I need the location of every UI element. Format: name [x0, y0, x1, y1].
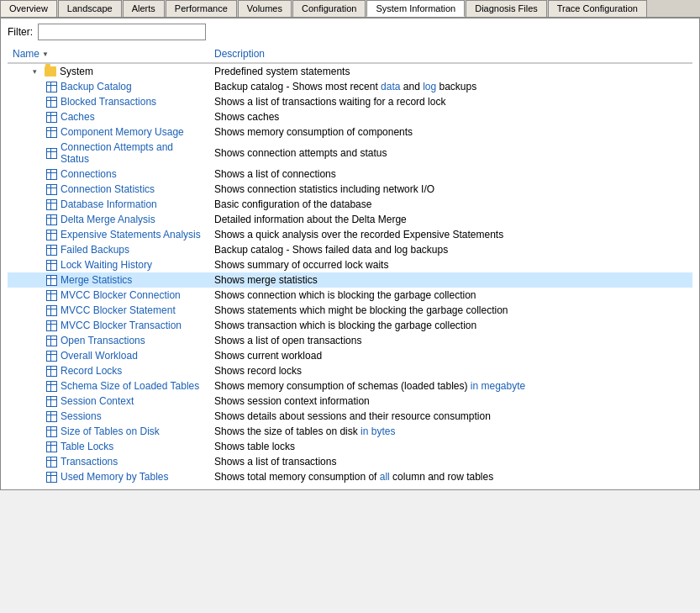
row-description: Shows total memory consumption of all co… [209, 469, 692, 484]
table-icon [46, 169, 57, 180]
tab-configuration[interactable]: Configuration [292, 0, 366, 17]
row-name-label: Overall Workload [61, 350, 138, 362]
table-icon [46, 411, 57, 422]
table-icon [46, 127, 57, 138]
table-row[interactable]: Backup CatalogBackup catalog - Shows mos… [8, 79, 692, 94]
row-description: Shows a quick analysis over the recorded… [209, 227, 692, 242]
table-row[interactable]: Delta Merge AnalysisDetailed information… [8, 212, 692, 227]
table-row[interactable]: Lock Waiting HistoryShows summary of occ… [8, 257, 692, 272]
table-row[interactable]: Merge StatisticsShows merge statistics [8, 272, 692, 288]
table-icon [46, 184, 57, 195]
row-description: Shows statements which might be blocking… [209, 303, 692, 318]
tab-system-information[interactable]: System Information [366, 0, 465, 17]
table-row[interactable]: CachesShows caches [8, 109, 692, 124]
row-name-label: Table Locks [61, 441, 113, 452]
row-name-label: Connection Attempts and Status [61, 141, 204, 165]
table-icon [46, 260, 57, 271]
table-row[interactable]: ▾ System Predefined system statements [8, 63, 692, 79]
row-description: Backup catalog - Shows most recent data … [209, 79, 692, 94]
tab-landscape[interactable]: Landscape [58, 0, 122, 17]
table-row[interactable]: Blocked TransactionsShows a list of tran… [8, 94, 692, 109]
row-description: Shows a list of transactions [209, 454, 692, 469]
table-row[interactable]: Size of Tables on DiskShows the size of … [8, 424, 692, 439]
row-description: Shows caches [209, 109, 692, 124]
table-row[interactable]: MVCC Blocker ConnectionShows connection … [8, 288, 692, 303]
row-name-label: Backup Catalog [61, 81, 132, 92]
table-icon [46, 275, 57, 286]
row-description: Basic configuration of the database [209, 197, 692, 212]
row-description: Backup catalog - Shows failed data and l… [209, 242, 692, 257]
table-icon [46, 472, 57, 483]
table-icon [46, 97, 57, 108]
table-icon [46, 366, 57, 377]
row-description: Detailed information about the Delta Mer… [209, 212, 692, 227]
main-panel: Filter: Name ▼ Description ▾ Syst [0, 18, 700, 490]
table-row[interactable]: Connection Attempts and StatusShows conn… [8, 140, 692, 166]
table-row[interactable]: Schema Size of Loaded TablesShows memory… [8, 378, 692, 394]
table-row[interactable]: SessionsShows details about sessions and… [8, 409, 692, 424]
table-icon [46, 426, 57, 437]
table-icon [46, 457, 57, 468]
table-row[interactable]: Table LocksShows table locks [8, 439, 692, 454]
row-name-label: Used Memory by Tables [61, 471, 169, 483]
table-row[interactable]: Component Memory UsageShows memory consu… [8, 124, 692, 140]
row-description: Shows connection statistics including ne… [209, 182, 692, 197]
table-icon [46, 336, 57, 346]
table-row[interactable]: Session ContextShows session context inf… [8, 394, 692, 409]
row-name-label: Merge Statistics [61, 274, 132, 286]
row-description: Shows summary of occurred lock waits [209, 257, 692, 272]
system-info-table: Name ▼ Description ▾ System Predefined s… [8, 45, 692, 484]
table-icon [46, 305, 57, 316]
row-name-label: Record Locks [61, 365, 122, 377]
table-row[interactable]: TransactionsShows a list of transactions [8, 454, 692, 469]
table-icon [46, 351, 57, 362]
tab-alerts[interactable]: Alerts [123, 0, 165, 17]
table-row[interactable]: ConnectionsShows a list of connections [8, 166, 692, 182]
tab-performance[interactable]: Performance [166, 0, 237, 17]
folder-icon [45, 66, 56, 77]
filter-row: Filter: [8, 24, 692, 40]
column-header-description[interactable]: Description [209, 45, 692, 63]
table-row[interactable]: MVCC Blocker TransactionShows transactio… [8, 318, 692, 333]
filter-input[interactable] [38, 24, 206, 40]
expand-arrow-icon[interactable]: ▾ [33, 67, 41, 76]
table-row[interactable]: Open TransactionsShows a list of open tr… [8, 333, 692, 348]
row-name-label: Delta Merge Analysis [61, 214, 155, 225]
tab-trace-configuration[interactable]: Trace Configuration [548, 0, 647, 17]
table-row[interactable]: Expensive Statements AnalysisShows a qui… [8, 227, 692, 242]
table-row[interactable]: MVCC Blocker StatementShows statements w… [8, 303, 692, 318]
row-name-label: Caches [61, 111, 95, 123]
table-icon [46, 245, 57, 256]
row-name-label: Sessions [61, 410, 102, 422]
row-name-label: Connection Statistics [61, 183, 155, 195]
row-name-label: Transactions [61, 456, 118, 468]
table-row[interactable]: Connection StatisticsShows connection st… [8, 182, 692, 197]
row-description: Shows details about sessions and their r… [209, 409, 692, 424]
row-description: Shows a list of open transactions [209, 333, 692, 348]
row-description: Shows merge statistics [209, 272, 692, 288]
column-header-name[interactable]: Name ▼ [8, 45, 209, 63]
row-description: Predefined system statements [209, 63, 692, 79]
tab-diagnosis-files[interactable]: Diagnosis Files [466, 0, 547, 17]
table-row[interactable]: Record LocksShows record locks [8, 363, 692, 378]
row-name-label: Database Information [61, 198, 157, 210]
table-icon [46, 441, 57, 452]
table-row[interactable]: Failed BackupsBackup catalog - Shows fai… [8, 242, 692, 257]
row-description: Shows a list of transactions waiting for… [209, 94, 692, 109]
row-description: Shows memory consumption of components [209, 124, 692, 140]
row-description: Shows record locks [209, 363, 692, 378]
filter-label: Filter: [8, 26, 33, 38]
row-name-label: System [60, 66, 93, 77]
tab-overview[interactable]: Overview [0, 0, 57, 17]
row-name-label: Connections [61, 168, 117, 180]
tab-volumes[interactable]: Volumes [238, 0, 292, 17]
row-name-label: MVCC Blocker Connection [61, 289, 181, 301]
row-name-label: Session Context [61, 395, 134, 407]
row-description: Shows table locks [209, 439, 692, 454]
table-row[interactable]: Database InformationBasic configuration … [8, 197, 692, 212]
table-icon [46, 230, 57, 240]
table-row[interactable]: Used Memory by TablesShows total memory … [8, 469, 692, 484]
row-name-label: Open Transactions [61, 335, 145, 346]
table-icon [46, 214, 57, 225]
table-row[interactable]: Overall WorkloadShows current workload [8, 348, 692, 363]
